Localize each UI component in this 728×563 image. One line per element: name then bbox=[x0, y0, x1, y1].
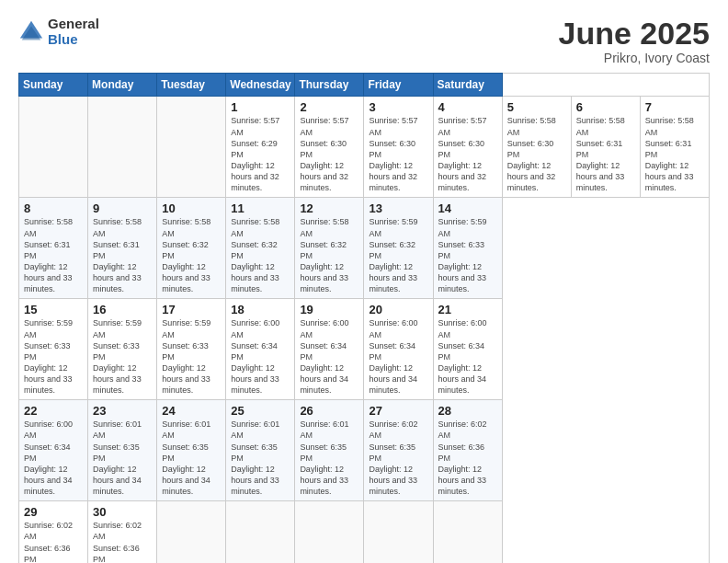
table-cell bbox=[19, 97, 88, 198]
day-info: Sunrise: 6:01 AMSunset: 6:35 PMDaylight:… bbox=[231, 419, 290, 497]
day-info: Sunrise: 6:01 AMSunset: 6:35 PMDaylight:… bbox=[300, 419, 358, 497]
table-cell: 13Sunrise: 5:59 AMSunset: 6:32 PMDayligh… bbox=[364, 198, 433, 299]
day-number: 18 bbox=[231, 303, 290, 316]
day-info: Sunrise: 5:59 AMSunset: 6:33 PMDaylight:… bbox=[438, 216, 497, 294]
day-info: Sunrise: 5:58 AMSunset: 6:30 PMDaylight:… bbox=[507, 115, 566, 193]
day-number: 12 bbox=[300, 201, 358, 215]
day-info: Sunrise: 5:59 AMSunset: 6:32 PMDaylight:… bbox=[369, 216, 427, 294]
day-number: 14 bbox=[438, 201, 497, 215]
day-info: Sunrise: 5:57 AMSunset: 6:30 PMDaylight:… bbox=[369, 115, 427, 193]
day-number: 9 bbox=[93, 201, 152, 215]
day-number: 10 bbox=[162, 201, 221, 215]
table-cell: 14Sunrise: 5:59 AMSunset: 6:33 PMDayligh… bbox=[433, 198, 502, 299]
day-info: Sunrise: 5:58 AMSunset: 6:31 PMDaylight:… bbox=[576, 115, 635, 193]
day-info: Sunrise: 5:58 AMSunset: 6:32 PMDaylight:… bbox=[231, 216, 290, 294]
table-cell: 12Sunrise: 5:58 AMSunset: 6:32 PMDayligh… bbox=[295, 198, 364, 299]
table-cell: 2Sunrise: 5:57 AMSunset: 6:30 PMDaylight… bbox=[295, 97, 364, 198]
day-number: 21 bbox=[438, 303, 497, 316]
table-cell bbox=[226, 501, 295, 563]
day-info: Sunrise: 6:00 AMSunset: 6:34 PMDaylight:… bbox=[24, 419, 83, 497]
table-cell: 26Sunrise: 6:01 AMSunset: 6:35 PMDayligh… bbox=[295, 400, 364, 501]
month-title: June 2025 bbox=[559, 17, 710, 51]
day-number: 20 bbox=[369, 303, 427, 316]
table-cell: 27Sunrise: 6:02 AMSunset: 6:35 PMDayligh… bbox=[364, 400, 433, 501]
day-info: Sunrise: 6:01 AMSunset: 6:35 PMDaylight:… bbox=[93, 419, 152, 497]
day-number: 13 bbox=[369, 201, 427, 215]
day-number: 22 bbox=[24, 404, 83, 418]
day-info: Sunrise: 6:02 AMSunset: 6:36 PMDaylight:… bbox=[438, 419, 497, 497]
day-info: Sunrise: 5:58 AMSunset: 6:31 PMDaylight:… bbox=[24, 216, 83, 294]
day-number: 15 bbox=[24, 303, 83, 316]
table-cell: 21Sunrise: 6:00 AMSunset: 6:34 PMDayligh… bbox=[433, 299, 502, 400]
day-number: 28 bbox=[438, 404, 497, 418]
table-cell: 9Sunrise: 5:58 AMSunset: 6:31 PMDaylight… bbox=[88, 198, 157, 299]
day-info: Sunrise: 5:59 AMSunset: 6:33 PMDaylight:… bbox=[24, 317, 83, 396]
table-cell: 10Sunrise: 5:58 AMSunset: 6:32 PMDayligh… bbox=[157, 198, 226, 299]
day-number: 3 bbox=[369, 100, 427, 114]
day-info: Sunrise: 6:00 AMSunset: 6:34 PMDaylight:… bbox=[369, 317, 427, 396]
day-info: Sunrise: 5:59 AMSunset: 6:33 PMDaylight:… bbox=[93, 317, 152, 396]
day-number: 8 bbox=[24, 201, 83, 215]
table-cell: 19Sunrise: 6:00 AMSunset: 6:34 PMDayligh… bbox=[295, 299, 364, 400]
logo-blue-text: Blue bbox=[48, 32, 99, 48]
day-info: Sunrise: 6:00 AMSunset: 6:34 PMDaylight:… bbox=[231, 317, 290, 396]
table-cell: 24Sunrise: 6:01 AMSunset: 6:35 PMDayligh… bbox=[157, 400, 226, 501]
logo: General Blue bbox=[18, 17, 99, 47]
day-number: 24 bbox=[162, 404, 221, 418]
day-number: 25 bbox=[231, 404, 290, 418]
calendar-table: Sunday Monday Tuesday Wednesday Thursday… bbox=[18, 73, 710, 563]
day-number: 27 bbox=[369, 404, 427, 418]
day-number: 5 bbox=[507, 100, 566, 114]
day-number: 6 bbox=[576, 100, 635, 114]
day-number: 26 bbox=[300, 404, 358, 418]
col-tuesday: Tuesday bbox=[157, 74, 226, 97]
table-cell: 17Sunrise: 5:59 AMSunset: 6:33 PMDayligh… bbox=[157, 299, 226, 400]
top-section: General Blue June 2025 Prikro, Ivory Coa… bbox=[18, 17, 710, 65]
table-cell: 22Sunrise: 6:00 AMSunset: 6:34 PMDayligh… bbox=[19, 400, 88, 501]
day-info: Sunrise: 5:58 AMSunset: 6:31 PMDaylight:… bbox=[645, 115, 704, 193]
location: Prikro, Ivory Coast bbox=[559, 51, 710, 65]
day-number: 29 bbox=[24, 505, 83, 519]
day-info: Sunrise: 5:57 AMSunset: 6:30 PMDaylight:… bbox=[438, 115, 497, 193]
day-info: Sunrise: 6:00 AMSunset: 6:34 PMDaylight:… bbox=[438, 317, 497, 396]
day-number: 7 bbox=[645, 100, 704, 114]
day-info: Sunrise: 6:00 AMSunset: 6:34 PMDaylight:… bbox=[300, 317, 358, 396]
table-cell: 23Sunrise: 6:01 AMSunset: 6:35 PMDayligh… bbox=[88, 400, 157, 501]
title-section: June 2025 Prikro, Ivory Coast bbox=[559, 17, 710, 65]
day-info: Sunrise: 6:02 AMSunset: 6:36 PMDaylight:… bbox=[24, 520, 83, 563]
day-number: 2 bbox=[300, 100, 358, 114]
calendar-body: 1Sunrise: 5:57 AMSunset: 6:29 PMDaylight… bbox=[19, 97, 710, 563]
table-cell bbox=[157, 501, 226, 563]
logo-icon bbox=[18, 19, 44, 45]
table-cell bbox=[157, 97, 226, 198]
table-cell: 11Sunrise: 5:58 AMSunset: 6:32 PMDayligh… bbox=[226, 198, 295, 299]
table-cell: 16Sunrise: 5:59 AMSunset: 6:33 PMDayligh… bbox=[88, 299, 157, 400]
table-cell: 7Sunrise: 5:58 AMSunset: 6:31 PMDaylight… bbox=[640, 97, 709, 198]
table-cell: 6Sunrise: 5:58 AMSunset: 6:31 PMDaylight… bbox=[571, 97, 640, 198]
table-cell bbox=[88, 97, 157, 198]
col-thursday: Thursday bbox=[295, 74, 364, 97]
table-cell: 29Sunrise: 6:02 AMSunset: 6:36 PMDayligh… bbox=[19, 501, 88, 563]
logo-text: General Blue bbox=[48, 17, 99, 47]
table-cell: 5Sunrise: 5:58 AMSunset: 6:30 PMDaylight… bbox=[502, 97, 571, 198]
day-info: Sunrise: 6:02 AMSunset: 6:35 PMDaylight:… bbox=[369, 419, 427, 497]
day-number: 30 bbox=[93, 505, 152, 519]
page: General Blue June 2025 Prikro, Ivory Coa… bbox=[0, 0, 728, 563]
day-info: Sunrise: 5:57 AMSunset: 6:30 PMDaylight:… bbox=[300, 115, 358, 193]
day-info: Sunrise: 6:01 AMSunset: 6:35 PMDaylight:… bbox=[162, 419, 221, 497]
table-cell: 3Sunrise: 5:57 AMSunset: 6:30 PMDaylight… bbox=[364, 97, 433, 198]
table-cell: 15Sunrise: 5:59 AMSunset: 6:33 PMDayligh… bbox=[19, 299, 88, 400]
day-number: 11 bbox=[231, 201, 290, 215]
day-info: Sunrise: 5:58 AMSunset: 6:32 PMDaylight:… bbox=[300, 216, 358, 294]
day-number: 4 bbox=[438, 100, 497, 114]
table-cell: 30Sunrise: 6:02 AMSunset: 6:36 PMDayligh… bbox=[88, 501, 157, 563]
table-cell: 28Sunrise: 6:02 AMSunset: 6:36 PMDayligh… bbox=[433, 400, 502, 501]
table-cell: 25Sunrise: 6:01 AMSunset: 6:35 PMDayligh… bbox=[226, 400, 295, 501]
day-number: 16 bbox=[93, 303, 152, 316]
day-info: Sunrise: 5:58 AMSunset: 6:31 PMDaylight:… bbox=[93, 216, 152, 294]
table-cell: 4Sunrise: 5:57 AMSunset: 6:30 PMDaylight… bbox=[433, 97, 502, 198]
day-info: Sunrise: 5:57 AMSunset: 6:29 PMDaylight:… bbox=[231, 115, 290, 193]
table-cell bbox=[364, 501, 433, 563]
col-wednesday: Wednesday bbox=[226, 74, 295, 97]
day-number: 1 bbox=[231, 100, 290, 114]
